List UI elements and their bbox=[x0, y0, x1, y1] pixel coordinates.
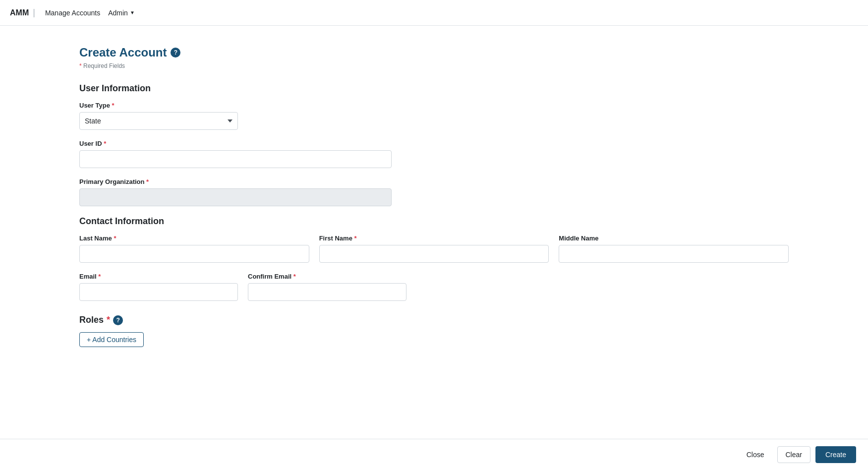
roles-section-header: Roles * ? bbox=[79, 315, 789, 325]
clear-button[interactable]: Clear bbox=[777, 446, 810, 463]
contact-name-row: Last Name * First Name * Middle Name bbox=[79, 235, 789, 263]
navbar-brand: AMM bbox=[10, 8, 29, 17]
roles-required: * bbox=[107, 315, 110, 325]
main-content: Create Account ? * Required Fields User … bbox=[0, 26, 868, 470]
email-required: * bbox=[98, 273, 101, 280]
required-note-text: Required Fields bbox=[83, 62, 125, 69]
user-id-group: User ID * bbox=[79, 140, 789, 168]
roles-help-icon[interactable]: ? bbox=[113, 315, 123, 325]
confirm-email-group: Confirm Email * bbox=[248, 273, 406, 301]
confirm-email-required: * bbox=[293, 273, 296, 280]
middle-name-group: Middle Name bbox=[559, 235, 789, 263]
navbar-admin-menu[interactable]: Admin ▼ bbox=[104, 9, 139, 17]
user-id-required: * bbox=[104, 140, 106, 147]
primary-org-input: U.S. DEPARTMENT OF STATE bbox=[79, 188, 392, 206]
user-information-section-title: User Information bbox=[79, 83, 789, 94]
last-name-input[interactable] bbox=[79, 245, 309, 263]
add-countries-label: + Add Countries bbox=[87, 336, 136, 344]
footer-buttons: Close Clear Create bbox=[0, 439, 868, 470]
middle-name-input[interactable] bbox=[559, 245, 789, 263]
user-id-label: User ID * bbox=[79, 140, 789, 147]
navbar-divider: | bbox=[33, 7, 35, 18]
first-name-required: * bbox=[354, 235, 357, 242]
primary-org-group: Primary Organization * U.S. DEPARTMENT O… bbox=[79, 178, 789, 206]
page-title: Create Account bbox=[79, 46, 167, 59]
close-button[interactable]: Close bbox=[739, 446, 772, 463]
page-title-row: Create Account ? bbox=[79, 46, 789, 59]
last-name-required: * bbox=[114, 235, 116, 242]
middle-name-label: Middle Name bbox=[559, 235, 789, 242]
navbar-manage-accounts[interactable]: Manage Accounts bbox=[41, 9, 104, 17]
navbar: AMM | Manage Accounts Admin ▼ bbox=[0, 0, 868, 26]
user-type-select[interactable]: State Federal Local International bbox=[79, 112, 238, 130]
first-name-input[interactable] bbox=[319, 245, 549, 263]
email-input[interactable] bbox=[79, 283, 238, 301]
first-name-label: First Name * bbox=[319, 235, 549, 242]
page-help-icon[interactable]: ? bbox=[171, 48, 180, 58]
email-label: Email * bbox=[79, 273, 238, 280]
navbar-admin-label: Admin bbox=[108, 9, 128, 17]
last-name-group: Last Name * bbox=[79, 235, 309, 263]
user-id-input[interactable] bbox=[79, 150, 392, 168]
last-name-label: Last Name * bbox=[79, 235, 309, 242]
first-name-group: First Name * bbox=[319, 235, 549, 263]
contact-email-row: Email * Confirm Email * bbox=[79, 273, 789, 301]
required-star: * bbox=[79, 62, 82, 69]
email-group: Email * bbox=[79, 273, 238, 301]
required-note: * Required Fields bbox=[79, 62, 789, 69]
primary-org-required: * bbox=[146, 178, 149, 185]
primary-org-label: Primary Organization * bbox=[79, 178, 789, 185]
admin-dropdown-arrow: ▼ bbox=[130, 10, 135, 15]
confirm-email-input[interactable] bbox=[248, 283, 406, 301]
user-type-required: * bbox=[112, 102, 115, 109]
user-type-group: User Type * State Federal Local Internat… bbox=[79, 102, 789, 130]
confirm-email-label: Confirm Email * bbox=[248, 273, 406, 280]
contact-information-section-title: Contact Information bbox=[79, 216, 789, 227]
add-countries-button[interactable]: + Add Countries bbox=[79, 332, 144, 347]
user-type-label: User Type * bbox=[79, 102, 789, 109]
create-button[interactable]: Create bbox=[815, 446, 856, 463]
